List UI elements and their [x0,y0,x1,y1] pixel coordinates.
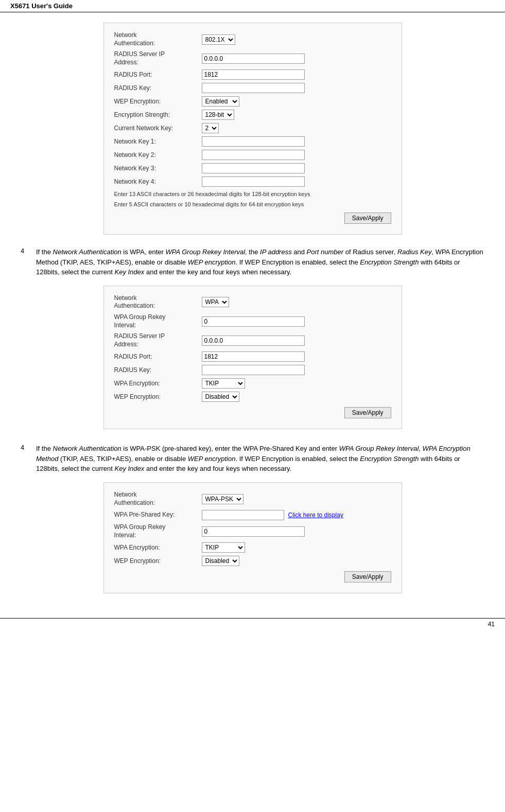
net-key2-input[interactable] [202,150,305,160]
wpa-radius-key-label: RADIUS Key: [114,366,202,375]
net-key4-input[interactable] [202,176,305,187]
wep-enc-select[interactable]: Enabled Disabled [202,96,239,107]
wpa-radius-key-row: RADIUS Key: [114,365,391,375]
title-bold: X5671 [10,2,30,10]
step4b-section: 4 If the Network Authentication is WPA-P… [21,444,484,593]
step4a-text: If the Network Authentication is WPA, en… [36,247,484,277]
wpapsk-auth-control[interactable]: WPA-PSK [202,494,243,504]
save-btn-row-2: Save/Apply [114,407,391,418]
wpapsk-key-label: WPA Pre-Shared Key: [114,511,202,519]
step4a-section: 4 If the Network Authentication is WPA, … [21,247,484,429]
net-key1-row: Network Key 1: [114,136,391,147]
page-title: X5671 User's Guide [10,2,73,10]
net-key2-control[interactable] [202,150,305,160]
current-key-control[interactable]: 1 2 3 4 [202,123,219,133]
network-auth-select[interactable]: 802.1X [202,34,235,45]
wpapsk-wep-label: WEP Encryption: [114,557,202,566]
radius-key-label: RADIUS Key: [114,84,202,93]
wpapsk-rekey-row: WPA Group RekeyInterval: [114,523,391,539]
wpapsk-wep-control[interactable]: Enabled Disabled [202,556,239,566]
wpa-radius-key-input[interactable] [202,365,305,375]
radius-ip-control[interactable] [202,54,305,64]
net-key4-control[interactable] [202,176,305,187]
wpapsk-key-input[interactable] [202,510,284,520]
wep-enc-row: WEP Encryption: Enabled Disabled [114,96,391,107]
step4b-text: If the Network Authentication is WPA-PSK… [36,444,484,474]
net-key1-input[interactable] [202,136,305,147]
wpapsk-enc-select[interactable]: TKIP AES TKIP+AES [202,542,245,553]
wpapsk-key-control[interactable]: Click here to display [202,510,343,520]
radius-port-control[interactable] [202,69,305,80]
wpapsk-rekey-label: WPA Group RekeyInterval: [114,523,202,539]
main-content: NetworkAuthentication: 802.1X RADIUS Ser… [0,12,505,618]
step4a-num: 4 [21,247,36,255]
net-key1-control[interactable] [202,136,305,147]
wpa-enc-label: WPA Encryption: [114,380,202,388]
radius-ip-label: RADIUS Server IPAddress: [114,50,202,66]
wpa-auth-select[interactable]: WPA [202,297,229,307]
wep-enc-label: WEP Encryption: [114,98,202,106]
wpapsk-wep-row: WEP Encryption: Enabled Disabled [114,556,391,566]
save-apply-btn-3[interactable]: Save/Apply [344,571,391,582]
radius-key-row: RADIUS Key: [114,83,391,93]
wpa-radius-key-control[interactable] [202,365,305,375]
enc-strength-control[interactable]: 128-bit 64-bit [202,110,234,120]
wpa-wep-enc-control[interactable]: Enabled Disabled [202,392,239,402]
network-auth-row: NetworkAuthentication: 802.1X [114,31,391,47]
wpapsk-wep-select[interactable]: Enabled Disabled [202,556,239,566]
net-key3-control[interactable] [202,163,305,173]
wpa-enc-select[interactable]: TKIP AES TKIP+AES [202,378,245,389]
enc-strength-label: Encryption Strength: [114,111,202,119]
wpapsk-auth-label: NetworkAuthentication: [114,491,202,507]
net-key3-input[interactable] [202,163,305,173]
wpapsk-rekey-input[interactable] [202,526,305,537]
network-auth-control[interactable]: 802.1X [202,34,235,45]
wep-enc-control[interactable]: Enabled Disabled [202,96,239,107]
wpa-radius-ip-control[interactable] [202,336,305,346]
net-key2-row: Network Key 2: [114,150,391,160]
wpa-radius-port-input[interactable] [202,351,305,362]
wpa-rekey-control[interactable] [202,316,305,327]
wpapsk-enc-control[interactable]: TKIP AES TKIP+AES [202,542,245,553]
radius-key-input[interactable] [202,83,305,93]
hint-64bit: Enter 5 ASCII characters or 10 hexadecim… [114,201,391,207]
wpapsk-rekey-control[interactable] [202,526,305,537]
net-key3-label: Network Key 3: [114,165,202,173]
title-rest: User's Guide [30,2,73,10]
radius-ip-input[interactable] [202,54,305,64]
radius-ip-row: RADIUS Server IPAddress: [114,50,391,66]
wpa-auth-control[interactable]: WPA [202,297,229,307]
wpa-wep-enc-select[interactable]: Enabled Disabled [202,392,239,402]
current-key-row: Current Network Key: 1 2 3 4 [114,123,391,133]
form-802-1x: NetworkAuthentication: 802.1X RADIUS Ser… [103,23,402,235]
wpa-radius-ip-input[interactable] [202,336,305,346]
wpapsk-enc-label: WPA Encryption: [114,544,202,552]
wpa-radius-port-label: RADIUS Port: [114,353,202,361]
wpapsk-auth-select[interactable]: WPA-PSK [202,494,243,504]
wpa-enc-row: WPA Encryption: TKIP AES TKIP+AES [114,378,391,389]
step4b-num: 4 [21,444,36,451]
wpapsk-auth-row: NetworkAuthentication: WPA-PSK [114,491,391,507]
net-key4-label: Network Key 4: [114,178,202,186]
net-key2-label: Network Key 2: [114,151,202,160]
step4a-header: 4 If the Network Authentication is WPA, … [21,247,484,277]
wpa-radius-port-row: RADIUS Port: [114,351,391,362]
network-auth-label: NetworkAuthentication: [114,31,202,47]
click-display-link[interactable]: Click here to display [288,511,343,519]
current-key-select[interactable]: 1 2 3 4 [202,123,219,133]
radius-port-input[interactable] [202,69,305,80]
wpa-rekey-input[interactable] [202,316,305,327]
wpa-radius-ip-row: RADIUS Server IPAddress: [114,332,391,348]
wpa-radius-port-control[interactable] [202,351,305,362]
save-apply-btn-2[interactable]: Save/Apply [344,407,391,418]
wpa-wep-enc-row: WEP Encryption: Enabled Disabled [114,392,391,402]
wpa-enc-control[interactable]: TKIP AES TKIP+AES [202,378,245,389]
save-apply-btn-1[interactable]: Save/Apply [344,213,391,224]
enc-strength-select[interactable]: 128-bit 64-bit [202,110,234,120]
net-key3-row: Network Key 3: [114,163,391,173]
wpa-rekey-row: WPA Group RekeyInterval: [114,313,391,329]
wpa-auth-row: NetworkAuthentication: WPA [114,294,391,310]
wpapsk-enc-row: WPA Encryption: TKIP AES TKIP+AES [114,542,391,553]
enc-strength-row: Encryption Strength: 128-bit 64-bit [114,110,391,120]
radius-key-control[interactable] [202,83,305,93]
